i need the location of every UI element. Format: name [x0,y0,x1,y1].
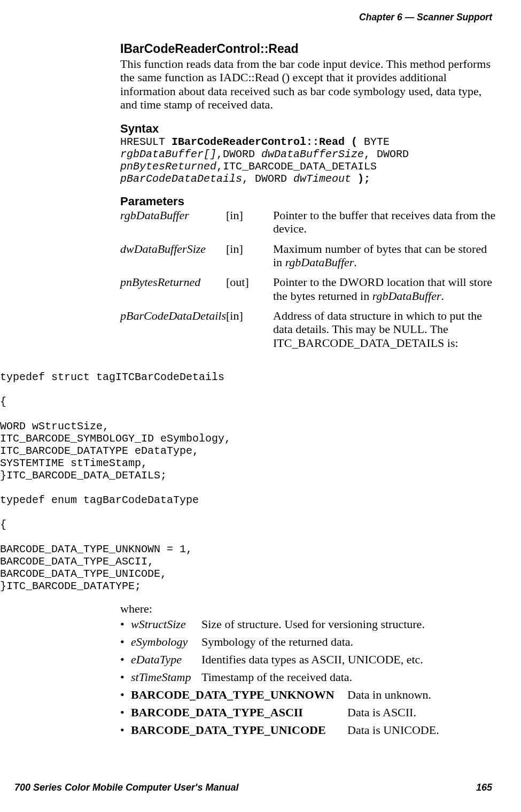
intro-paragraph: This function reads data from the bar co… [120,57,494,111]
def-desc: Timestamp of the received data. [201,670,352,684]
syntax-text: ,ITC_BARCODE_DATA_DETAILS [216,160,377,173]
parameters-table: rgbDataBuffer [in] Pointer to the buffer… [120,208,497,356]
param-name: pBarCodeDataDetails [120,309,226,356]
list-item: wStructSizeSize of structure. Used for v… [120,617,497,631]
list-item: BARCODE_DATA_TYPE_UNICODEData is UNICODE… [120,723,497,737]
section-title: IBarCodeReaderControl::Read [120,42,494,56]
enum-desc: Data is ASCII. [347,706,416,719]
def-term: eSymbology [131,635,201,649]
syntax-text: ); [351,173,370,185]
parameters-heading: Parameters [120,195,494,208]
param-desc: Address of data structure in which to pu… [273,309,497,356]
page-header: Chapter 6 — Scanner Support [359,12,492,23]
enum-term: BARCODE_DATA_TYPE_ASCII [131,706,347,720]
table-row: pnBytesReturned [out] Pointer to the DWO… [120,275,497,309]
code-block: typedef struct tagITCBarCodeDetails { WO… [0,371,492,592]
definition-list: wStructSizeSize of structure. Used for v… [120,617,497,737]
param-name: pnBytesReturned [120,275,226,309]
enum-term: BARCODE_DATA_TYPE_UNICODE [131,723,347,737]
param-desc-em: rgbDataBuffer [285,256,354,269]
param-dir: [in] [226,242,273,276]
list-item: eSymbologySymbology of the returned data… [120,635,497,649]
footer-manual-name: 700 Series Color Mobile Computer User's … [14,782,238,793]
syntax-text: HRESULT [120,136,172,148]
def-term: wStructSize [131,617,201,631]
def-desc: Size of structure. Used for versioning s… [201,617,425,631]
param-desc-text: . [441,289,444,303]
main-content: IBarCodeReaderControl::Read This functio… [120,42,494,356]
syntax-fn: IBarCodeReaderControl::Read ( [172,136,357,148]
code-text: typedef struct tagITCBarCodeDetails { WO… [0,371,231,592]
syntax-param: dwDataBufferSize [261,148,364,160]
param-dir: [in] [226,208,273,242]
table-row: pBarCodeDataDetails [in] Address of data… [120,309,497,356]
list-item: stTimeStampTimestamp of the received dat… [120,670,497,684]
syntax-text: , DWORD [364,148,409,160]
chapter-label: Chapter 6 — Scanner Support [359,12,492,22]
enum-desc: Data in unknown. [347,688,431,701]
enum-term: BARCODE_DATA_TYPE_UNKNOWN [131,688,347,702]
where-block: where: wStructSizeSize of structure. Use… [120,602,497,741]
syntax-text: , DWORD [242,173,293,185]
list-item: eDataTypeIdentifies data types as ASCII,… [120,653,497,667]
def-desc: Identifies data types as ASCII, UNICODE,… [201,653,423,666]
enum-desc: Data is UNICODE. [347,723,439,737]
param-name: dwDataBufferSize [120,242,226,276]
page-number: 165 [476,782,492,793]
param-desc-text: . [354,256,357,269]
where-heading: where: [120,602,497,616]
param-dir: [out] [226,275,273,309]
table-row: rgbDataBuffer [in] Pointer to the buffer… [120,208,497,242]
param-desc-em: rgbDataBuffer [372,289,441,303]
def-term: eDataType [131,653,201,667]
syntax-param: pnBytesReturned [120,160,216,173]
table-row: dwDataBufferSize [in] Maximum number of … [120,242,497,276]
syntax-block: HRESULT IBarCodeReaderControl::Read ( BY… [120,136,494,185]
syntax-text: ,DWORD [216,148,261,160]
param-dir: [in] [226,309,273,356]
list-item: BARCODE_DATA_TYPE_UNKNOWNData in unknown… [120,688,497,702]
syntax-param: dwTimeout [293,173,351,185]
def-term: stTimeStamp [131,670,201,684]
syntax-param: rgbDataBuffer[] [120,148,216,160]
param-name: rgbDataBuffer [120,208,226,242]
param-desc: Pointer to the buffer that receives data… [273,208,497,242]
syntax-text: BYTE [357,136,390,148]
syntax-param: pBarCodeDataDetails [120,173,242,185]
list-item: BARCODE_DATA_TYPE_ASCIIData is ASCII. [120,706,497,720]
page-footer: 700 Series Color Mobile Computer User's … [14,782,492,793]
def-desc: Symbology of the returned data. [201,635,353,648]
param-desc: Pointer to the DWORD location that will … [273,275,497,309]
param-desc: Maximum number of bytes that can be stor… [273,242,497,276]
syntax-heading: Syntax [120,122,494,136]
